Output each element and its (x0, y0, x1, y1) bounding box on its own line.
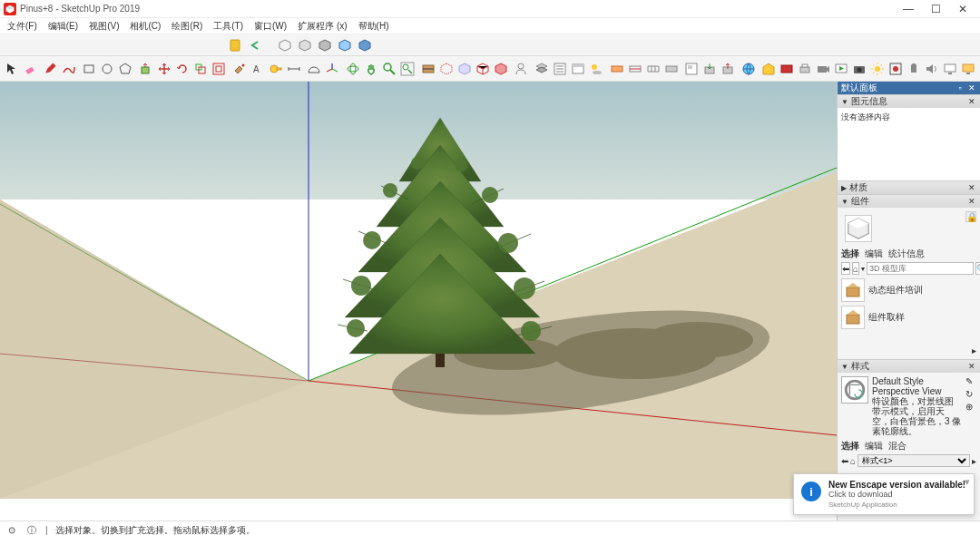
orbit-icon[interactable] (345, 60, 361, 78)
camera2-icon[interactable] (851, 60, 867, 78)
cube2-icon[interactable] (296, 36, 314, 54)
home-icon[interactable]: ⌂ (852, 262, 859, 275)
close-button[interactable]: ✕ (949, 1, 976, 17)
component-search[interactable] (867, 262, 974, 275)
cube1-icon[interactable] (276, 36, 294, 54)
tray-close-icon[interactable]: ✕ (967, 83, 976, 92)
import-icon[interactable] (701, 60, 718, 78)
tab-style-select[interactable]: 选择 (841, 440, 859, 452)
ew-icon[interactable] (779, 60, 795, 78)
menu-view[interactable]: 视图(V) (83, 19, 124, 34)
select-icon[interactable] (4, 60, 20, 78)
style-home-icon[interactable]: ⌂ (850, 456, 856, 466)
style-select[interactable]: 样式<1> (858, 454, 970, 467)
viewport[interactable] (0, 82, 837, 520)
lock-icon[interactable]: 🔒 (965, 211, 976, 222)
layout-icon[interactable] (683, 60, 700, 78)
toast-close-icon[interactable]: ▾ (965, 476, 970, 488)
panel-styles-header[interactable]: ▼样式 ✕ (838, 360, 980, 373)
zoom-icon[interactable] (381, 60, 397, 78)
panel-close-icon[interactable]: ✕ (967, 197, 976, 206)
section-icon[interactable] (420, 60, 436, 78)
style-thumb[interactable] (841, 376, 868, 404)
panel-close-icon[interactable]: ✕ (967, 362, 976, 371)
record-icon[interactable] (887, 60, 904, 78)
shaded-icon[interactable] (493, 60, 509, 78)
text-icon[interactable]: A (250, 60, 266, 78)
component-item[interactable]: 动态组件培训 (841, 278, 976, 302)
scale-icon[interactable] (192, 60, 209, 78)
minimize-button[interactable]: — (895, 1, 922, 17)
menu-camera[interactable]: 相机(C) (124, 19, 166, 34)
rotate-icon[interactable] (174, 60, 191, 78)
style-update-icon[interactable]: ↻ (965, 389, 976, 400)
tab-select[interactable]: 选择 (841, 248, 859, 260)
tab-style-mix[interactable]: 混合 (888, 440, 906, 452)
scenes-icon[interactable] (570, 60, 586, 78)
mic-icon[interactable] (906, 60, 922, 78)
cube3-icon[interactable] (316, 36, 334, 54)
axes-icon[interactable] (324, 60, 340, 78)
style-details-icon[interactable]: ▸ (972, 456, 976, 466)
cube5-icon[interactable] (356, 36, 374, 54)
monitor2-icon[interactable] (960, 60, 976, 78)
outliner-icon[interactable] (552, 60, 568, 78)
offset-icon[interactable] (211, 60, 227, 78)
notification-toast[interactable]: i New Enscape version available! Click t… (793, 473, 975, 515)
shadows-icon[interactable] (588, 60, 604, 78)
freehand-icon[interactable] (61, 60, 77, 78)
pan-icon[interactable] (363, 60, 379, 78)
maximize-button[interactable]: ☐ (922, 1, 949, 17)
tray-pin-icon[interactable]: ▫ (956, 83, 965, 92)
print-icon[interactable] (797, 60, 813, 78)
sect-plane-icon[interactable] (609, 60, 625, 78)
sect-cuts-icon[interactable] (645, 60, 662, 78)
polygon-icon[interactable] (117, 60, 133, 78)
panel-entity-header[interactable]: ▼图元信息 ✕ (838, 95, 980, 108)
menu-draw[interactable]: 绘图(R) (166, 19, 208, 34)
book-icon[interactable] (227, 36, 245, 54)
tab-stats[interactable]: 统计信息 (888, 248, 925, 260)
circle-icon[interactable] (99, 60, 115, 78)
panel-material-header[interactable]: ▶材质 ✕ (838, 181, 980, 194)
undo-icon[interactable] (247, 36, 265, 54)
xray-icon[interactable] (456, 60, 473, 78)
nav-back-icon[interactable]: ⬅ (841, 262, 850, 275)
style-add-icon[interactable]: ⊕ (965, 402, 976, 413)
style-new-icon[interactable]: ✎ (965, 376, 976, 387)
menu-file[interactable]: 文件(F) (2, 19, 43, 34)
menu-extensions[interactable]: 扩展程序 (x) (292, 19, 352, 34)
panel-components-header[interactable]: ▼组件 ✕ (838, 195, 980, 208)
pushpull-icon[interactable] (138, 60, 154, 78)
export-icon[interactable] (720, 60, 736, 78)
zoom-extents-icon[interactable] (399, 60, 416, 78)
menu-window[interactable]: 窗口(W) (249, 19, 292, 34)
menu-tools[interactable]: 工具(T) (208, 19, 249, 34)
panel-close-icon[interactable]: ✕ (967, 97, 976, 106)
search-icon[interactable]: 🔍 (975, 262, 980, 275)
pencil-icon[interactable] (43, 60, 59, 78)
hidden-icon[interactable] (438, 60, 455, 78)
eraser-icon[interactable] (22, 60, 38, 78)
wire-icon[interactable] (475, 60, 491, 78)
cam-icon[interactable] (815, 60, 831, 78)
details-icon[interactable]: ▸ (972, 345, 976, 355)
user-icon[interactable] (513, 60, 529, 78)
audio-icon[interactable] (924, 60, 940, 78)
protractor-icon[interactable] (306, 60, 322, 78)
info-icon[interactable]: ⓘ (25, 524, 38, 536)
help-icon[interactable]: ⊙ (5, 524, 18, 536)
dimension-icon[interactable] (286, 60, 302, 78)
cube4-icon[interactable] (336, 36, 354, 54)
monitor-icon[interactable] (942, 60, 958, 78)
component-item[interactable]: 组件取样 (841, 306, 976, 329)
tape-icon[interactable] (268, 60, 284, 78)
tab-style-edit[interactable]: 编辑 (865, 440, 883, 452)
layers-icon[interactable] (534, 60, 550, 78)
model-canvas[interactable] (0, 82, 837, 499)
slides-icon[interactable] (833, 60, 849, 78)
style-back-icon[interactable]: ⬅ (841, 456, 848, 466)
paint-icon[interactable] (231, 60, 248, 78)
tab-edit[interactable]: 编辑 (865, 248, 883, 260)
menu-edit[interactable]: 编辑(E) (43, 19, 83, 34)
